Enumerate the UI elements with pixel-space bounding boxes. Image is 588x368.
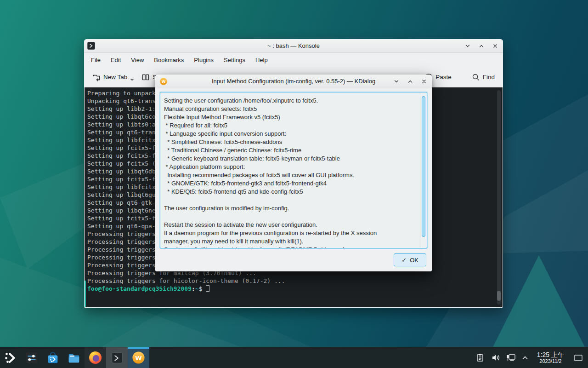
paste-label: Paste [435, 74, 452, 80]
dialog-message-line: * Traditional Chinese / generic Chinese:… [164, 146, 416, 155]
dialog-message-line: * Language specific input conversion sup… [164, 130, 416, 138]
terminal-activity-indicator [85, 281, 86, 307]
dialog-message-line [164, 213, 416, 221]
prompt-user: foo@foo-standardpcq35ich92009 [87, 285, 192, 292]
ok-button[interactable]: ✓ OK [394, 253, 426, 266]
terminal-scrollbar-track[interactable] [497, 90, 501, 305]
taskbar-kdialog-task[interactable]: W [128, 347, 149, 368]
minimize-icon[interactable] [464, 42, 472, 50]
split-view-icon [141, 73, 150, 81]
dialog-titlebar[interactable]: W Input Method Configuration (im-config,… [155, 75, 432, 88]
dialog-message-line: Installing recommended packages of fcitx… [164, 171, 416, 179]
dialog-window-controls [392, 75, 428, 88]
app-launcher-button[interactable] [0, 347, 21, 368]
dolphin-button[interactable] [63, 347, 85, 368]
dialog-message-line: Restart the session to activate the new … [164, 221, 416, 229]
menu-file[interactable]: File [86, 54, 106, 66]
app-launcher-icon [4, 351, 17, 365]
taskbar-firefox-task[interactable] [85, 347, 106, 368]
im-config-dialog: W Input Method Configuration (im-config,… [155, 75, 432, 271]
menu-view[interactable]: View [126, 54, 149, 66]
konsole-menu-bar: FileEditViewBookmarksPluginsSettingsHelp [84, 53, 503, 67]
dialog-message-line: manager, you may need to kill it manuall… [164, 237, 416, 246]
maximize-icon[interactable] [406, 77, 414, 86]
system-settings-icon [25, 351, 39, 365]
menu-bookmarks[interactable]: Bookmarks [149, 54, 189, 66]
taskbar-konsole-task[interactable] [106, 347, 128, 368]
dialog-message-scrollarea[interactable]: Setting the user configuration /home/foo… [160, 92, 427, 248]
dialog-message-line: Flexible Input Method Framework v5 (fcit… [164, 113, 416, 121]
konsole-window-controls [464, 39, 499, 53]
dialog-message-line: * KDE/Qt5: fcitx5-frontend-qt5 and kde-c… [164, 188, 416, 196]
dialog-message-line: * Simplified Chinese: fcitx5-chinese-add… [164, 138, 416, 146]
clipboard-tray-icon[interactable] [475, 352, 486, 363]
find-icon [472, 73, 480, 81]
svg-text:W: W [135, 355, 141, 362]
new-tab-button[interactable]: New Tab [89, 70, 138, 85]
terminal-cursor [206, 285, 209, 292]
find-label: Find [483, 74, 495, 80]
ok-button-label: OK [410, 257, 418, 264]
dialog-message-line: Setting the user configuration /home/foo… [164, 97, 416, 105]
menu-help[interactable]: Help [250, 54, 273, 66]
system-tray: 1:25 上午 2023/11/2 [475, 349, 588, 367]
dialog-message-line: The user configuration is modified by im… [164, 204, 416, 213]
konsole-titlebar[interactable]: ~ : bash — Konsole [84, 39, 503, 53]
taskbar: W [0, 347, 588, 368]
discover-icon [46, 351, 60, 365]
dialog-message-line: See im-config(8) and /usr/share/doc/im-c… [164, 246, 416, 248]
menu-settings[interactable]: Settings [219, 54, 250, 66]
konsole-window-title: ~ : bash — Konsole [84, 42, 503, 49]
show-desktop-button[interactable] [572, 349, 584, 367]
clock-time: 1:25 上午 [537, 351, 564, 358]
dialog-message-line: * GNOME/GTK: fcitx5-frontend-gtk3 and fc… [164, 179, 416, 188]
volume-tray-icon[interactable] [490, 352, 501, 363]
dialog-scrollbar-thumb[interactable] [422, 96, 425, 237]
new-tab-label: New Tab [103, 74, 127, 80]
svg-text:W: W [162, 80, 166, 84]
prompt-symbol: $ [199, 285, 203, 292]
menu-plugins[interactable]: Plugins [189, 54, 219, 66]
new-tab-icon [92, 73, 101, 81]
dialog-message-line: * Generic keyboard translation table: fc… [164, 155, 416, 163]
dialog-scrollbar-separator [420, 93, 420, 247]
find-button[interactable]: Find [468, 70, 498, 85]
close-icon[interactable] [420, 77, 428, 86]
terminal-scrollbar-thumb[interactable] [497, 291, 501, 301]
check-icon: ✓ [401, 257, 407, 264]
clock-date: 2023/11/2 [537, 358, 564, 364]
konsole-app-icon [87, 42, 95, 50]
dialog-message-line: * Application platform support: [164, 163, 416, 171]
prompt-separator: : [192, 285, 195, 292]
new-tab-dropdown-icon [130, 78, 134, 81]
network-tray-icon[interactable] [506, 352, 517, 363]
dialog-message-line [164, 196, 416, 204]
dialog-message-line: If a daemon program for the previous con… [164, 229, 416, 237]
dialog-message-line: * Required for all: fcitx5 [164, 121, 416, 130]
konsole-icon [110, 351, 124, 365]
minimize-icon[interactable] [392, 77, 401, 86]
dialog-app-icon: W [159, 77, 168, 86]
discover-button[interactable] [42, 347, 63, 368]
dolphin-file-manager-icon [67, 351, 81, 365]
dialog-window-title: Input Method Configuration (im-config, v… [155, 78, 432, 85]
firefox-icon [88, 351, 102, 365]
dialog-message-text: Setting the user configuration /home/foo… [160, 92, 416, 248]
digital-clock[interactable]: 1:25 上午 2023/11/2 [533, 351, 568, 364]
terminal-prompt-line: foo@foo-standardpcq35ich92009:~$ [87, 285, 503, 293]
kdialog-w-icon: W [131, 351, 146, 365]
prompt-directory: ~ [195, 285, 199, 292]
close-icon[interactable] [491, 42, 499, 50]
terminal-line: Processing triggers for hicolor-icon-the… [87, 277, 503, 285]
tray-expand-icon[interactable] [521, 352, 529, 363]
menu-edit[interactable]: Edit [106, 54, 126, 66]
dialog-message-line: Manual configuration selects: fcitx5 [164, 105, 416, 113]
maximize-icon[interactable] [477, 42, 486, 50]
system-settings-button[interactable] [21, 347, 42, 368]
